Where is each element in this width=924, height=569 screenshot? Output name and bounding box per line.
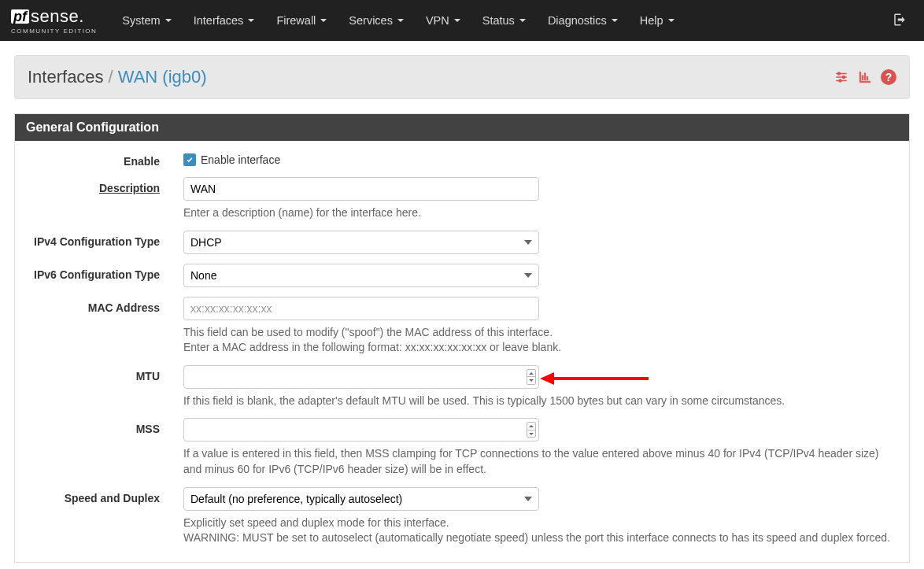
breadcrumb-bar: Interfaces / WAN (igb0) ? [14, 55, 910, 99]
help-mss: If a value is entered in this field, the… [183, 446, 895, 477]
logo-sense: sense. [31, 6, 84, 27]
svg-point-1 [843, 76, 845, 79]
mtu-stepper[interactable] [527, 369, 536, 385]
nav-diagnostics[interactable]: Diagnostics [537, 2, 629, 39]
chevron-down-icon [668, 19, 675, 22]
label-speed: Speed and Duplex [24, 487, 171, 504]
chevron-down-icon [612, 19, 618, 22]
label-ipv6: IPv6 Configuration Type [24, 264, 171, 281]
mss-stepper[interactable] [527, 422, 536, 438]
ipv4-select[interactable]: DHCP [183, 231, 539, 254]
help-speed: Explicitly set speed and duplex mode for… [183, 515, 895, 546]
chevron-down-icon [519, 19, 526, 22]
row-ipv6: IPv6 Configuration Type None [15, 259, 909, 292]
help-mac: This field can be used to modify ("spoof… [183, 325, 895, 356]
label-mss: MSS [24, 418, 171, 435]
row-mtu: MTU If this field is blank, the adapter'… [15, 360, 909, 414]
ipv6-select[interactable]: None [183, 264, 539, 287]
label-ipv4: IPv4 Configuration Type [24, 231, 171, 248]
chevron-down-icon [248, 19, 254, 22]
chevron-down-icon [454, 19, 460, 22]
label-mac: MAC Address [24, 297, 171, 314]
chart-icon[interactable] [857, 69, 873, 85]
row-mac: MAC Address This field can be used to mo… [15, 292, 909, 360]
chevron-down-icon [397, 19, 404, 22]
label-description: Description [24, 177, 171, 194]
label-mtu: MTU [24, 365, 171, 382]
nav-status[interactable]: Status [471, 2, 537, 39]
nav-help[interactable]: Help [629, 2, 686, 39]
top-navbar: pf sense. COMMUNITY EDITION System Inter… [0, 0, 924, 41]
chevron-down-icon [165, 19, 172, 22]
logo-pf: pf [11, 9, 29, 24]
mtu-input[interactable] [183, 365, 539, 389]
row-speed: Speed and Duplex Default (no preference,… [15, 482, 909, 551]
nav-vpn[interactable]: VPN [415, 2, 471, 39]
nav-items: System Interfaces Firewall Services VPN … [111, 2, 886, 39]
enable-checkbox[interactable] [183, 153, 196, 166]
breadcrumb-sep: / [109, 67, 113, 87]
chevron-down-icon [320, 19, 327, 22]
breadcrumb-root[interactable]: Interfaces [28, 67, 104, 87]
panel-header: General Configuration [15, 114, 909, 141]
nav-interfaces[interactable]: Interfaces [183, 2, 266, 39]
row-enable: Enable Enable interface [15, 146, 909, 172]
help-mtu: If this field is blank, the adapter's de… [183, 393, 895, 409]
breadcrumb: Interfaces / WAN (igb0) [28, 67, 207, 87]
nav-firewall[interactable]: Firewall [265, 2, 338, 39]
mss-input[interactable] [183, 418, 539, 442]
row-ipv4: IPv4 Configuration Type DHCP [15, 226, 909, 259]
brand-logo[interactable]: pf sense. COMMUNITY EDITION [11, 6, 97, 35]
nav-services[interactable]: Services [338, 2, 415, 39]
panel-body: Enable Enable interface Description Ente… [15, 141, 909, 562]
breadcrumb-current[interactable]: WAN (igb0) [118, 67, 207, 87]
enable-checkbox-label: Enable interface [201, 153, 280, 166]
nav-system[interactable]: System [111, 2, 182, 39]
general-config-panel: General Configuration Enable Enable inte… [14, 113, 910, 563]
sliders-icon[interactable] [833, 69, 849, 85]
page-actions: ? [833, 69, 896, 85]
row-mss: MSS If a value is entered in this field,… [15, 413, 909, 482]
help-description: Enter a description (name) for the inter… [183, 205, 895, 221]
logout-icon[interactable] [886, 6, 913, 35]
row-description: Description Enter a description (name) f… [15, 172, 909, 226]
description-input[interactable] [183, 177, 539, 201]
logo-subtitle: COMMUNITY EDITION [11, 28, 97, 35]
svg-point-2 [839, 79, 841, 82]
svg-point-0 [838, 72, 841, 75]
speed-select[interactable]: Default (no preference, typically autose… [183, 487, 539, 511]
mac-input[interactable] [183, 297, 539, 320]
help-icon[interactable]: ? [881, 69, 896, 85]
label-enable: Enable [24, 150, 171, 168]
